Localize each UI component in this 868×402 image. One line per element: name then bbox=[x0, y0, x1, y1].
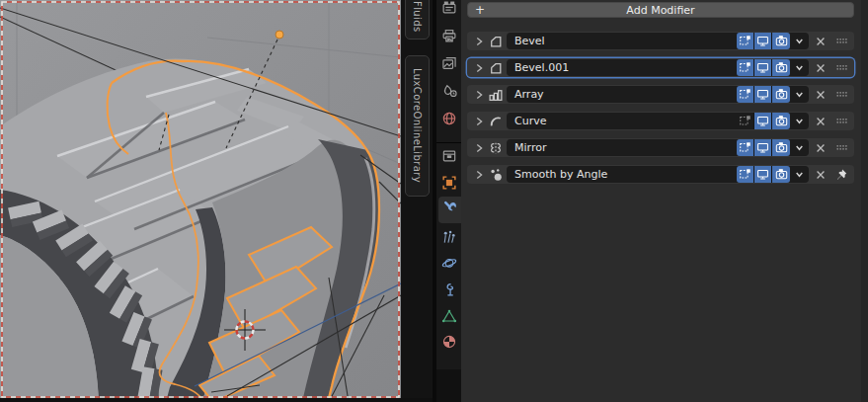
delete-modifier-button[interactable] bbox=[811, 86, 830, 103]
expand-arrow-icon[interactable] bbox=[472, 168, 485, 182]
delete-modifier-button[interactable] bbox=[811, 166, 830, 183]
modifier-extras-dropdown[interactable] bbox=[790, 86, 809, 103]
render-display-toggle[interactable] bbox=[772, 139, 790, 156]
blender-window: P Fluids LuxCoreOnlineLibrary + Add Modi… bbox=[0, 0, 868, 402]
sidebar-tab-flip-fluids[interactable]: P Fluids bbox=[405, 0, 430, 40]
modifier-extras-dropdown[interactable] bbox=[790, 166, 809, 183]
render-display-toggle[interactable] bbox=[772, 166, 790, 183]
expand-arrow-icon[interactable] bbox=[472, 35, 485, 48]
display-toggles bbox=[737, 86, 790, 103]
delete-modifier-button[interactable] bbox=[811, 139, 830, 156]
modifier-row[interactable]: Smooth by Angle bbox=[467, 165, 854, 184]
view-layer-properties-icon bbox=[441, 55, 457, 75]
physics-properties-icon bbox=[441, 255, 457, 275]
properties-tab-world[interactable] bbox=[436, 107, 461, 133]
scene-properties-icon bbox=[441, 83, 457, 103]
modifier-stack: Bevel Bevel.001 bbox=[467, 32, 854, 192]
viewport-display-toggle[interactable] bbox=[754, 139, 772, 156]
object-origin-dot[interactable] bbox=[276, 31, 283, 39]
properties-tab-modifiers[interactable] bbox=[438, 197, 461, 223]
display-toggles bbox=[737, 166, 790, 183]
3d-viewport[interactable] bbox=[0, 0, 401, 402]
sidebar-tab-luxcoreonlinelibrary[interactable]: LuxCoreOnlineLibrary bbox=[405, 55, 430, 197]
delete-modifier-button[interactable] bbox=[811, 33, 830, 49]
render-display-toggle[interactable] bbox=[772, 113, 790, 129]
viewport-canvas[interactable] bbox=[0, 0, 401, 402]
display-toggles bbox=[737, 59, 790, 76]
mesh-object[interactable] bbox=[0, 58, 379, 402]
tab-column-tail bbox=[436, 369, 461, 402]
drag-handle[interactable] bbox=[830, 139, 852, 156]
properties-tab-material[interactable] bbox=[436, 330, 461, 357]
drag-handle[interactable] bbox=[830, 86, 852, 103]
render-display-toggle[interactable] bbox=[772, 33, 790, 49]
expand-arrow-icon[interactable] bbox=[472, 88, 485, 102]
viewport-sidebar-tabstrip: P Fluids LuxCoreOnlineLibrary bbox=[401, 0, 433, 398]
array-modifier-icon bbox=[487, 87, 505, 103]
drag-handle[interactable] bbox=[830, 59, 852, 76]
render-display-toggle[interactable] bbox=[772, 86, 790, 103]
constraints-properties-icon bbox=[441, 281, 457, 301]
properties-tab-particles[interactable] bbox=[436, 225, 461, 252]
modifier-name-field[interactable]: Smooth by Angle bbox=[507, 166, 809, 183]
render-display-toggle[interactable] bbox=[772, 59, 790, 76]
viewport-display-toggle[interactable] bbox=[754, 113, 772, 129]
smooth-modifier-icon bbox=[487, 167, 505, 183]
expand-arrow-icon[interactable] bbox=[472, 115, 485, 128]
editmode-display-toggle[interactable] bbox=[737, 33, 754, 49]
modifier-row[interactable]: Bevel.001 bbox=[467, 58, 854, 77]
editmode-display-toggle[interactable] bbox=[737, 166, 754, 183]
editmode-display-toggle[interactable] bbox=[737, 59, 754, 76]
properties-tab-collection[interactable] bbox=[436, 144, 461, 171]
modifier-row[interactable]: Curve bbox=[467, 112, 854, 130]
add-modifier-label: Add Modifier bbox=[626, 4, 694, 17]
pin-icon[interactable] bbox=[830, 166, 852, 183]
tab-group-separator bbox=[436, 142, 461, 143]
modifier-name: Array bbox=[507, 88, 737, 101]
editmode-display-toggle[interactable] bbox=[737, 113, 754, 129]
modifier-extras-dropdown[interactable] bbox=[790, 59, 809, 76]
viewport-display-toggle[interactable] bbox=[754, 166, 772, 183]
modifier-row[interactable]: Array bbox=[467, 85, 854, 104]
modifier-name-field[interactable]: Mirror bbox=[507, 139, 809, 156]
viewport-display-toggle[interactable] bbox=[754, 86, 772, 103]
editmode-display-toggle[interactable] bbox=[737, 139, 754, 156]
modifier-name-field[interactable]: Bevel bbox=[507, 33, 809, 49]
viewport-display-toggle[interactable] bbox=[754, 59, 772, 76]
drag-handle[interactable] bbox=[830, 33, 852, 49]
modifier-extras-dropdown[interactable] bbox=[790, 113, 809, 129]
add-modifier-button[interactable]: + Add Modifier bbox=[467, 2, 854, 18]
properties-tab-data[interactable] bbox=[436, 304, 461, 331]
render-properties-icon bbox=[441, 0, 457, 20]
drag-handle[interactable] bbox=[830, 113, 852, 129]
properties-tab-view-layer[interactable] bbox=[436, 51, 461, 78]
modifier-name-field[interactable]: Bevel.001 bbox=[507, 59, 809, 76]
expand-arrow-icon[interactable] bbox=[472, 61, 485, 75]
modifier-name: Bevel.001 bbox=[507, 61, 737, 74]
particles-properties-icon bbox=[441, 229, 457, 249]
modifier-name-field[interactable]: Array bbox=[507, 86, 809, 103]
properties-tab-object[interactable] bbox=[436, 171, 461, 198]
properties-tab-physics[interactable] bbox=[436, 251, 461, 278]
modifier-row[interactable]: Mirror bbox=[467, 138, 854, 157]
modifier-extras-dropdown[interactable] bbox=[790, 33, 809, 49]
properties-tab-scene[interactable] bbox=[436, 79, 461, 106]
modifier-row[interactable]: Bevel bbox=[467, 32, 854, 50]
delete-modifier-button[interactable] bbox=[811, 59, 830, 76]
delete-modifier-button[interactable] bbox=[811, 113, 830, 129]
modifier-name: Curve bbox=[507, 115, 737, 127]
modifier-name: Smooth by Angle bbox=[507, 168, 737, 181]
properties-tab-render[interactable] bbox=[436, 0, 461, 23]
mirror-modifier-icon bbox=[487, 140, 505, 156]
properties-tab-output[interactable] bbox=[436, 24, 461, 50]
display-toggles bbox=[737, 139, 790, 156]
viewport-display-toggle[interactable] bbox=[754, 33, 772, 49]
properties-tab-constraints[interactable] bbox=[436, 278, 461, 304]
modifier-name-field[interactable]: Curve bbox=[507, 113, 809, 129]
editmode-display-toggle[interactable] bbox=[737, 86, 754, 103]
modifier-extras-dropdown[interactable] bbox=[790, 139, 809, 156]
plus-icon: + bbox=[475, 4, 485, 16]
expand-arrow-icon[interactable] bbox=[472, 141, 485, 155]
panel-scrollbar-track[interactable] bbox=[861, 0, 868, 402]
modifier-name: Bevel bbox=[507, 35, 737, 47]
